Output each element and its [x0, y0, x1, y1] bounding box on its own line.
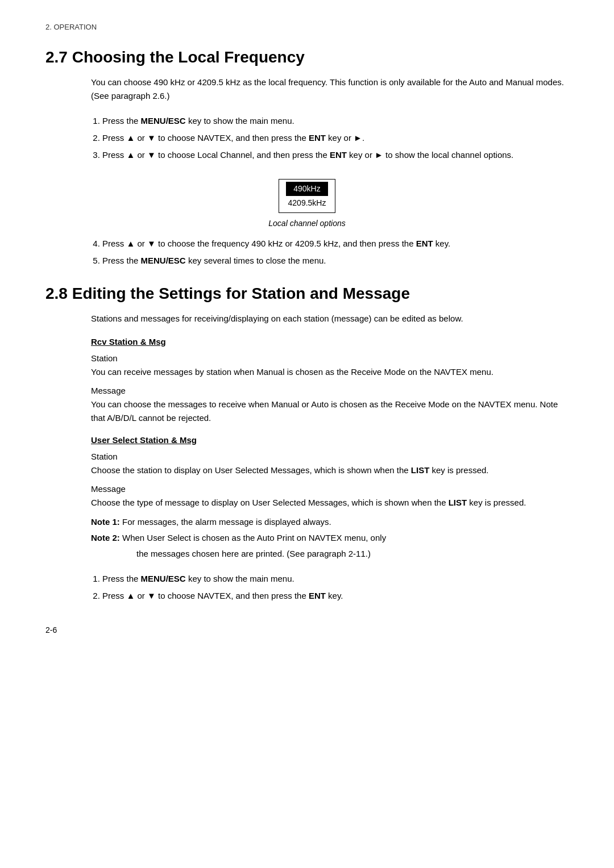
menu-box: 490kHz 4209.5kHz: [279, 179, 335, 213]
station-label2: Station: [91, 452, 569, 461]
bold-text: ENT: [309, 133, 326, 143]
bold-text: MENU/ESC: [141, 116, 186, 126]
note2: Note 2: When User Select is chosen as th…: [91, 531, 569, 545]
station-text2: Choose the station to display on User Se…: [91, 464, 569, 477]
section27-title: 2.7 Choosing the Local Frequency: [45, 48, 569, 66]
page-number: 2-6: [45, 625, 569, 635]
rcv-station-section: Rcv Station & Msg Station You can receiv…: [91, 337, 569, 510]
section27-steps: Press the MENU/ESC key to show the main …: [102, 114, 569, 162]
section28-intro: Stations and messages for receiving/disp…: [91, 312, 569, 326]
bold-text: ENT: [309, 591, 326, 600]
message-text: You can choose the messages to receive w…: [91, 398, 569, 425]
list-item: Press the MENU/ESC key to show the main …: [102, 114, 569, 128]
notes-section: Note 1: For messages, the alarm message …: [91, 515, 569, 561]
bold-text: MENU/ESC: [141, 256, 186, 265]
section27-intro: You can choose 490 kHz or 4209.5 kHz as …: [91, 76, 569, 103]
header-text: 2. OPERATION: [45, 23, 97, 31]
list-item: Press ▲ or ▼ to choose NAVTEX, and then …: [102, 131, 569, 145]
section27-steps2: Press ▲ or ▼ to choose the frequency 490…: [102, 237, 569, 268]
list-item: Press ▲ or ▼ to choose the frequency 490…: [102, 237, 569, 251]
message-text2: Choose the type of message to display on…: [91, 496, 569, 510]
user-select-title: User Select Station & Msg: [91, 435, 569, 445]
bold-text: LIST: [449, 498, 467, 507]
figure-container: 490kHz 4209.5kHz Local channel options: [45, 171, 569, 228]
bold-text: MENU/ESC: [141, 574, 186, 583]
station-label: Station: [91, 353, 569, 363]
note1-label: Note 1:: [91, 517, 120, 527]
list-item: Press the MENU/ESC key several times to …: [102, 254, 569, 268]
bold-text: ENT: [330, 150, 347, 160]
list-item: Press ▲ or ▼ to choose Local Channel, an…: [102, 148, 569, 162]
rcv-station-title: Rcv Station & Msg: [91, 337, 569, 347]
bold-text: ENT: [416, 239, 433, 248]
bold-text: LIST: [411, 465, 430, 475]
section28-title: 2.8 Editing the Settings for Station and…: [45, 285, 569, 303]
section28-steps: Press the MENU/ESC key to show the main …: [102, 572, 569, 603]
note1: Note 1: For messages, the alarm message …: [91, 515, 569, 529]
message-label2: Message: [91, 484, 569, 494]
figure-caption: Local channel options: [45, 219, 569, 228]
note2-indent: the messages chosen here are printed. (S…: [136, 547, 569, 561]
station-text: You can receive messages by station when…: [91, 365, 569, 379]
note2-label: Note 2:: [91, 533, 120, 542]
list-item: Press the MENU/ESC key to show the main …: [102, 572, 569, 586]
menu-option: 4209.5kHz: [286, 196, 328, 210]
message-label: Message: [91, 386, 569, 395]
menu-option-selected: 490kHz: [286, 182, 328, 196]
page-header: 2. OPERATION: [45, 23, 569, 31]
list-item: Press ▲ or ▼ to choose NAVTEX, and then …: [102, 589, 569, 603]
